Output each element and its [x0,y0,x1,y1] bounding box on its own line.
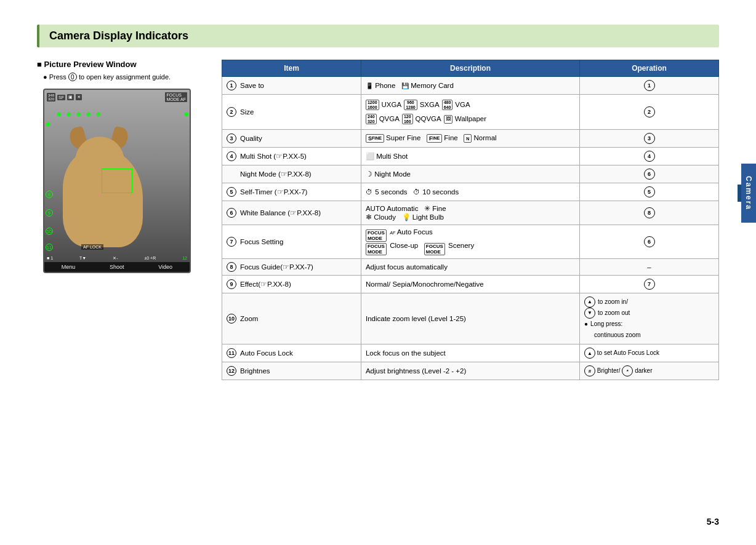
af-lock-indicator: AF LOCK [81,244,103,250]
sub-note: Press 0 to open key assignment guide. [37,73,209,81]
phone-icon: 📱 [366,82,373,89]
table-row: 3 Quality SFINE Super Fine FINE Fine N N… [222,130,719,148]
cam-num-6: ❻ [96,112,100,117]
af-lock-op-circle: ▲ [584,348,595,359]
op-circle-2: 2 [644,106,655,117]
item-cell: 4 Multi Shot (☞P.XX-5) [222,148,361,165]
row-num-2: 2 [227,107,236,117]
key-circle-0: 0 [68,73,77,81]
chapter-label: Camera [741,164,756,223]
row-num-9: 9 [227,279,236,289]
op-circle-6b: 6 [644,236,655,247]
desc-cell: AUTO Automatic ✳ Fine ❄ Cloudy 💡 Light B… [361,201,579,225]
item-label: Auto Focus Lock [240,349,293,357]
row-num-8: 8 [227,262,236,272]
zoom-in-label: to zoom in/ [598,296,628,308]
table-row: 9 Effect(☞P.XX-8) Normal/ Sepia/Monochro… [222,276,719,293]
bullet-icon: ● [584,319,588,330]
table-row: 11 Auto Focus Lock Lock focus on the sub… [222,344,719,362]
lightbulb-icon: 💡 [402,213,411,221]
section-title: Picture Preview Window [37,60,209,69]
table-row: 8 Focus Guide(☞P.XX-7) Adjust focus auto… [222,259,719,276]
desc-cell: ☽ Night Mode [361,165,579,183]
continuous-label: continuous zoom [594,330,641,341]
item-label: Quality [240,135,262,142]
indicators-table: Item Description Operation 1 Save to 📱 [222,60,719,380]
row-num-4: 4 [227,151,236,161]
auto-icon: AUTO [366,205,385,212]
zoom-continuous-item: continuous zoom [584,330,714,341]
item-label: White Balance (☞P.XX-8) [240,209,321,217]
qvga-badge: 240320 [366,114,377,124]
op-cell: 5 [580,183,719,201]
cam-num-7: ❼ [184,112,188,117]
fine-badge: FINE [427,134,442,143]
camera-bottom-bar: Menu Shoot Video [44,262,190,272]
table-row: 7 Focus Setting FOCUSMODE AF Auto Focus … [222,225,719,259]
af-label: AF [390,231,395,235]
nightmode-icon: ☽ [366,170,372,178]
vga-label: VGA [455,98,470,112]
item-label: Zoom [240,315,258,322]
row-num-3: 3 [227,133,236,143]
cam-num-8: 8 [46,191,53,198]
op-cell: 7 [580,276,719,293]
fine-wb-icon: ✳ [424,205,430,212]
op-cell: # Brighter/ * darker [580,362,719,380]
op-cell-zoom: ▲ to zoom in/ ▼ to zoom out ● Long press… [580,293,719,344]
op-cell: – [580,259,719,276]
zoom-in-circle: ▲ [584,296,595,308]
focus-mode-badge3: FOCUSMODE [424,243,445,255]
cam-num-12: 12 [182,256,187,261]
item-label: Brightnes [240,367,270,375]
table-row: 1 Save to 📱 Phone 💾 Memory Card 1 [222,77,719,95]
item-cell: 2 Size [222,95,361,130]
qqvga-label: QQVGA [416,112,441,126]
desc-cell: Indicate zoom level (Level 1-25) [361,293,579,344]
zoom-out-circle: ▼ [584,308,595,319]
desc-cell: 📱 Phone 💾 Memory Card [361,77,579,95]
desc-cell: Adjust focus automatically [361,259,579,276]
brighter-circle: # [584,365,595,376]
op-circle-4: 4 [644,151,655,162]
item-label: Focus Setting [240,238,283,245]
zoom-out-label: to zoom out [598,308,630,319]
op-cell: 6 [580,225,719,259]
desc-cell: 12001600 UXGA 9601280 SXGA 480640 VGA 24… [361,95,579,130]
cam-indicator-quality: SF [57,95,65,100]
page-number: 5-3 [707,517,719,527]
col-header-description: Description [361,60,579,77]
cloudy-icon: ❄ [366,213,372,221]
table-row: Night Mode (☞P.XX-8) ☽ Night Mode 6 [222,165,719,183]
op-cell: 8 [580,201,719,225]
cam-num-11: 11 [46,244,53,251]
wallpaper-icon: 🖼 [444,115,452,124]
item-cell: Night Mode (☞P.XX-8) [222,165,361,183]
zoom-operations: ▲ to zoom in/ ▼ to zoom out ● Long press… [584,296,714,341]
item-label: Focus Guide(☞P.XX-7) [240,263,313,271]
item-label: Save to [240,82,264,89]
desc-cell: Lock focus on the subject [361,344,579,362]
cam-num-10: 10 [46,228,53,235]
vga-badge: 480640 [442,100,453,110]
cam-num-1: ❶ [46,122,50,127]
row-num-7: 7 [227,237,236,247]
menu-button[interactable]: Menu [62,264,76,270]
zoom-longpress-item: ● Long press: [584,319,714,330]
focus-mode-badge: FOCUSMODE [366,229,387,242]
camera-preview: 348320 SF ▣ ☀ FOCUSMODE AF ❶ ❷ ❸ ❹ ❺ ❻ ❼… [43,89,191,273]
item-cell: 1 Save to [222,77,361,95]
wallpaper-label: Wallpaper [455,112,486,126]
table-row: 2 Size 12001600 UXGA 9601280 SXGA 480640… [222,95,719,130]
video-button[interactable]: Video [158,264,172,270]
cam-indicator-mode: ▣ [67,94,74,100]
normal-badge: N [464,134,472,143]
shoot-button[interactable]: Shoot [110,264,124,270]
op-circle-3: 3 [644,133,655,144]
item-label: Self-Timer (☞P.XX-7) [240,188,307,196]
page-header: Camera Display Indicators [37,25,719,47]
row-num-12: 12 [227,366,236,376]
op-cell: 1 [580,77,719,95]
op-circle-8: 8 [644,207,655,218]
item-label: Multi Shot (☞P.XX-5) [240,152,307,161]
